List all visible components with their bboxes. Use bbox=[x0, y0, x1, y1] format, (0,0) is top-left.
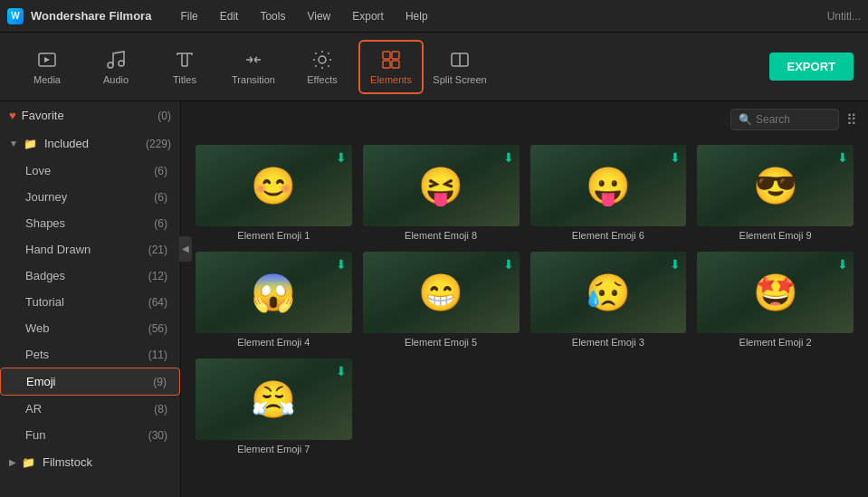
grid-view-icon[interactable]: ⠿ bbox=[846, 111, 857, 129]
toolbar: Media Audio Titles Transition Effects El… bbox=[0, 33, 868, 101]
grid-item-8[interactable]: 😝 ⬇ Element Emoji 8 bbox=[363, 145, 520, 241]
sidebar-item-included[interactable]: ▼ 📁 Included (229) bbox=[0, 129, 180, 158]
sidebar-collapse-arrow[interactable]: ◀ bbox=[179, 236, 192, 262]
sidebar-item-tutorial[interactable]: Tutorial (64) bbox=[0, 289, 180, 315]
download-icon-3: ⬇ bbox=[670, 257, 681, 272]
toolbar-btn-splitscreen[interactable]: Split Screen bbox=[427, 40, 492, 94]
folder-icon-filmstock: 📁 bbox=[22, 456, 35, 469]
chevron-right-icon: ▶ bbox=[9, 457, 16, 467]
sidebar-item-ar[interactable]: AR (8) bbox=[0, 396, 180, 422]
sidebar-item-emoji[interactable]: Emoji (9) bbox=[0, 368, 180, 396]
sidebar: ♥ Favorite (0) ▼ 📁 Included (229) Love (… bbox=[0, 101, 181, 497]
grid-thumb-4: 😱 ⬇ bbox=[196, 252, 352, 333]
grid-thumb-7: 😤 ⬇ bbox=[196, 358, 352, 440]
elements-grid: 😊 ⬇ Element Emoji 1 😝 ⬇ Element Emoji 8 … bbox=[181, 138, 868, 497]
grid-label-9: Element Emoji 9 bbox=[697, 230, 854, 241]
grid-thumb-2: 🤩 ⬇ bbox=[697, 252, 854, 333]
grid-item-4[interactable]: 😱 ⬇ Element Emoji 4 bbox=[196, 252, 352, 348]
sidebar-item-badges[interactable]: Badges (12) bbox=[0, 263, 180, 289]
grid-item-5[interactable]: 😁 ⬇ Element Emoji 5 bbox=[363, 252, 520, 348]
grid-item-2[interactable]: 🤩 ⬇ Element Emoji 2 bbox=[697, 252, 854, 348]
grid-label-2: Element Emoji 2 bbox=[697, 337, 854, 348]
search-input[interactable] bbox=[756, 113, 828, 126]
sidebar-item-shapes[interactable]: Shapes (6) bbox=[0, 210, 180, 236]
sidebar-item-favorite[interactable]: ♥ Favorite (0) bbox=[0, 101, 180, 129]
folder-icon: 📁 bbox=[24, 138, 37, 150]
grid-item-1[interactable]: 😊 ⬇ Element Emoji 1 bbox=[196, 145, 352, 241]
download-icon-9: ⬇ bbox=[837, 150, 848, 165]
heart-icon: ♥ bbox=[9, 109, 16, 122]
sidebar-item-web[interactable]: Web (56) bbox=[0, 315, 180, 341]
main-layout: ♥ Favorite (0) ▼ 📁 Included (229) Love (… bbox=[0, 101, 868, 497]
sidebar-item-filmstock[interactable]: ▶ 📁 Filmstock bbox=[0, 448, 180, 476]
svg-rect-4 bbox=[383, 52, 390, 59]
menu-edit[interactable]: Edit bbox=[213, 10, 246, 23]
search-bar: 🔍 ⠿ bbox=[181, 101, 868, 138]
search-input-wrap[interactable]: 🔍 bbox=[730, 109, 839, 130]
grid-thumb-9: 😎 ⬇ bbox=[697, 145, 854, 226]
svg-point-1 bbox=[108, 62, 113, 68]
grid-label-4: Element Emoji 4 bbox=[196, 337, 352, 348]
download-icon-5: ⬇ bbox=[503, 257, 514, 272]
download-icon-2: ⬇ bbox=[837, 257, 848, 272]
app-name: Wondershare Filmora bbox=[31, 9, 151, 23]
toolbar-btn-audio[interactable]: Audio bbox=[83, 40, 148, 94]
grid-thumb-8: 😝 ⬇ bbox=[363, 145, 520, 226]
menu-export[interactable]: Export bbox=[345, 10, 391, 23]
grid-label-5: Element Emoji 5 bbox=[363, 337, 520, 348]
sidebar-item-love[interactable]: Love (6) bbox=[0, 158, 180, 184]
titlebar: W Wondershare Filmora File Edit Tools Vi… bbox=[0, 0, 868, 33]
export-button[interactable]: EXPORT bbox=[769, 53, 854, 81]
grid-label-3: Element Emoji 3 bbox=[530, 337, 687, 348]
toolbar-btn-elements[interactable]: Elements bbox=[358, 40, 424, 94]
menu-help[interactable]: Help bbox=[398, 10, 435, 23]
download-icon-4: ⬇ bbox=[336, 257, 347, 272]
search-icon: 🔍 bbox=[739, 113, 752, 126]
toolbar-btn-titles[interactable]: Titles bbox=[152, 40, 217, 94]
sidebar-item-fun[interactable]: Fun (30) bbox=[0, 422, 180, 448]
grid-item-6[interactable]: 😛 ⬇ Element Emoji 6 bbox=[530, 145, 687, 241]
grid-label-8: Element Emoji 8 bbox=[363, 230, 520, 241]
toolbar-btn-transition[interactable]: Transition bbox=[221, 40, 286, 94]
grid-thumb-1: 😊 ⬇ bbox=[196, 145, 352, 226]
svg-point-2 bbox=[119, 61, 124, 66]
menu-file[interactable]: File bbox=[173, 10, 205, 23]
grid-label-1: Element Emoji 1 bbox=[196, 230, 352, 241]
svg-rect-7 bbox=[392, 61, 399, 68]
grid-item-9[interactable]: 😎 ⬇ Element Emoji 9 bbox=[697, 145, 854, 241]
svg-rect-6 bbox=[383, 61, 390, 68]
grid-item-3[interactable]: 😥 ⬇ Element Emoji 3 bbox=[530, 252, 687, 348]
download-icon-1: ⬇ bbox=[336, 150, 347, 165]
grid-label-7: Element Emoji 7 bbox=[196, 444, 352, 454]
menu-view[interactable]: View bbox=[300, 10, 338, 23]
grid-thumb-3: 😥 ⬇ bbox=[530, 252, 687, 333]
toolbar-btn-effects[interactable]: Effects bbox=[290, 40, 355, 94]
chevron-down-icon: ▼ bbox=[9, 139, 18, 148]
sidebar-item-journey[interactable]: Journey (6) bbox=[0, 184, 180, 210]
download-icon-6: ⬇ bbox=[670, 150, 681, 165]
toolbar-btn-media[interactable]: Media bbox=[14, 40, 80, 94]
svg-rect-5 bbox=[392, 52, 399, 59]
grid-item-7[interactable]: 😤 ⬇ Element Emoji 7 bbox=[196, 358, 352, 454]
grid-label-6: Element Emoji 6 bbox=[530, 230, 687, 241]
download-icon-8: ⬇ bbox=[503, 150, 514, 165]
grid-thumb-6: 😛 ⬇ bbox=[530, 145, 687, 226]
grid-thumb-5: 😁 ⬇ bbox=[363, 252, 520, 333]
app-logo: W bbox=[7, 8, 24, 24]
window-title: Untitl... bbox=[827, 10, 861, 23]
svg-point-3 bbox=[319, 56, 326, 63]
sidebar-item-pets[interactable]: Pets (11) bbox=[0, 341, 180, 368]
download-icon-7: ⬇ bbox=[336, 364, 347, 378]
content-area: 🔍 ⠿ 😊 ⬇ Element Emoji 1 😝 ⬇ Element Emoj… bbox=[181, 101, 868, 497]
menu-tools[interactable]: Tools bbox=[253, 10, 292, 23]
sidebar-item-hand-drawn[interactable]: Hand Drawn (21) bbox=[0, 236, 180, 263]
